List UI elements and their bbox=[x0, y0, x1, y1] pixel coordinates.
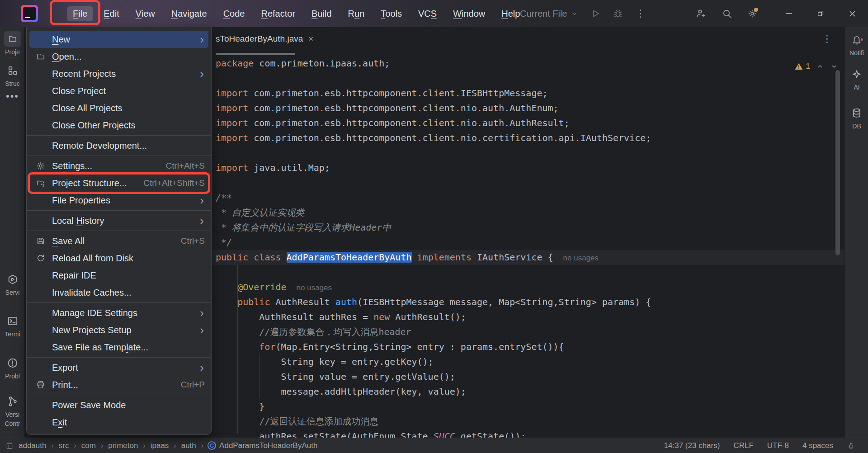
menu-item-remote-development[interactable]: Remote Development... bbox=[27, 137, 211, 154]
menu-edit[interactable]: Edit bbox=[98, 6, 125, 21]
more-actions-button[interactable]: ⋮ bbox=[635, 8, 645, 19]
caret-position-widget[interactable]: 14:37 (23 chars) bbox=[664, 441, 720, 450]
menu-item-close-other-projects[interactable]: Close Other Projects bbox=[27, 117, 211, 134]
menu-item-project-structure[interactable]: Project Structure...Ctrl+Alt+Shift+S bbox=[27, 175, 211, 192]
code-line[interactable]: import com.primeton.esb.httpcomponent.cl… bbox=[212, 86, 844, 101]
code-line[interactable]: package com.primeton.ipaas.auth; bbox=[212, 56, 844, 71]
menu-vcs[interactable]: VCS bbox=[412, 6, 443, 21]
menu-item-recent-projects[interactable]: Recent Projects› bbox=[27, 65, 211, 82]
search-everywhere-button[interactable] bbox=[722, 8, 732, 19]
line-separator-widget[interactable]: CRLF bbox=[733, 441, 753, 450]
menu-item-invalidate-caches[interactable]: Invalidate Caches... bbox=[27, 284, 211, 301]
menu-code[interactable]: Code bbox=[217, 6, 251, 21]
code-line[interactable]: import java.util.Map; bbox=[212, 160, 844, 175]
encoding-widget[interactable]: UTF-8 bbox=[767, 441, 789, 450]
code-line[interactable] bbox=[212, 175, 844, 190]
code-line[interactable]: message.addHttpHeader(key, value); bbox=[212, 384, 844, 399]
menu-item-save-all[interactable]: Save AllCtrl+S bbox=[27, 232, 211, 250]
code-line[interactable]: import com.primeton.esb.httpcomponent.cl… bbox=[212, 116, 844, 131]
code-line[interactable]: for(Map.Entry<String,String> entry : par… bbox=[212, 340, 844, 354]
menu-file[interactable]: File bbox=[67, 6, 93, 21]
code-line[interactable]: */ bbox=[212, 235, 844, 250]
breadcrumb-item[interactable]: primeton bbox=[107, 441, 139, 450]
code-line[interactable]: * 将集合中的认证字段写入请求Header中 bbox=[212, 220, 844, 235]
menu-item-new[interactable]: New› bbox=[29, 31, 208, 48]
code-line[interactable]: public AuthResult auth(IESBHttpMessage m… bbox=[212, 295, 844, 310]
chevron-up-icon[interactable] bbox=[816, 62, 824, 71]
code-line[interactable]: @Overrideno usages bbox=[212, 280, 844, 295]
menu-separator bbox=[27, 231, 211, 231]
close-button[interactable] bbox=[836, 0, 868, 27]
code-with-me-button[interactable] bbox=[695, 8, 706, 19]
code-line[interactable]: import com.primeton.esb.httpcomponent.cl… bbox=[212, 101, 844, 116]
code-line[interactable]: //返回认证信息添加成功消息 bbox=[212, 414, 844, 429]
menu-navigate[interactable]: Navigate bbox=[165, 6, 213, 21]
menu-window[interactable]: Window bbox=[447, 6, 491, 21]
code-line[interactable]: import com.primeton.esb.httpcomponent.cl… bbox=[212, 131, 844, 146]
breadcrumb-item[interactable]: auth bbox=[180, 441, 197, 450]
code-line[interactable]: authRes.setState(AuthEnum.State.SUCC.get… bbox=[212, 429, 844, 438]
sidebar-item-structure[interactable]: Struc bbox=[0, 62, 25, 88]
menu-run[interactable]: Run bbox=[342, 6, 371, 21]
settings-button[interactable] bbox=[748, 9, 757, 18]
sidebar-item-more-tool-windows[interactable]: ••• bbox=[0, 88, 25, 104]
tab-scroll-indicator[interactable] bbox=[216, 53, 295, 55]
maximize-button[interactable] bbox=[805, 0, 836, 27]
menu-refactor[interactable]: Refactor bbox=[255, 6, 301, 21]
inspections-widget[interactable]: 1 bbox=[794, 59, 838, 74]
breadcrumb-item[interactable]: com bbox=[80, 441, 97, 450]
code-line[interactable] bbox=[212, 265, 844, 280]
minimize-button[interactable] bbox=[773, 0, 805, 27]
sidebar-item-notifications[interactable]: Notifi bbox=[845, 32, 868, 57]
menu-item-power-save-mode[interactable]: Power Save Mode bbox=[27, 396, 211, 414]
editor-options-icon[interactable]: ⋮ bbox=[822, 33, 832, 44]
menu-item-local-history[interactable]: Local History› bbox=[27, 212, 211, 229]
breadcrumb-item[interactable]: addauth bbox=[18, 441, 47, 450]
code-line[interactable] bbox=[212, 71, 844, 86]
indent-widget[interactable]: 4 spaces bbox=[802, 441, 833, 450]
menu-item-open[interactable]: Open... bbox=[27, 48, 211, 65]
sidebar-item-version-control[interactable]: VersiContr bbox=[0, 393, 25, 428]
tab-close-icon[interactable]: × bbox=[308, 34, 313, 44]
file-writable-lock-icon[interactable] bbox=[847, 441, 855, 450]
menu-item-export[interactable]: Export› bbox=[27, 359, 211, 376]
sidebar-item-terminal[interactable]: Termi bbox=[0, 313, 25, 338]
menu-item-manage-ide-settings[interactable]: Manage IDE Settings› bbox=[27, 304, 211, 321]
editor-tab[interactable]: sToHeaderByAuth.java × bbox=[212, 27, 317, 51]
code-line[interactable]: String key = entry.getKey(); bbox=[212, 354, 844, 369]
sidebar-item-services[interactable]: Servi bbox=[0, 271, 25, 297]
code-line[interactable]: AuthResult authRes = new AuthResult(); bbox=[212, 310, 844, 325]
menu-item-settings[interactable]: Settings...Ctrl+Alt+S bbox=[27, 157, 211, 175]
sidebar-item-problems[interactable]: Probl bbox=[0, 355, 25, 380]
code-line[interactable]: } bbox=[212, 399, 844, 414]
breadcrumb-item[interactable]: ipaas bbox=[150, 441, 170, 450]
menu-item-print[interactable]: Print...Ctrl+P bbox=[27, 376, 211, 393]
code-line[interactable]: /** bbox=[212, 190, 844, 205]
sidebar-item-ai-assistant[interactable]: AI bbox=[845, 66, 868, 91]
chevron-down-icon[interactable] bbox=[830, 62, 838, 71]
menu-item-file-properties[interactable]: File Properties› bbox=[27, 192, 211, 209]
menu-item-repair-ide[interactable]: Repair IDE bbox=[27, 267, 211, 284]
sidebar-item-database[interactable]: DB bbox=[845, 105, 868, 130]
run-configuration-dropdown[interactable]: Current File bbox=[520, 9, 578, 19]
sidebar-item-project[interactable]: Proje bbox=[0, 31, 25, 56]
breadcrumb-item-class[interactable]: CAddParamsToHeaderByAuth bbox=[208, 441, 317, 450]
code-line[interactable]: * 自定义认证实现类 bbox=[212, 205, 844, 220]
debug-button[interactable] bbox=[613, 8, 623, 19]
menu-item-save-file-as-template[interactable]: Save File as Template... bbox=[27, 339, 211, 356]
menu-build[interactable]: Build bbox=[306, 6, 337, 21]
run-button[interactable] bbox=[590, 8, 601, 19]
code-line[interactable]: //遍历参数集合，均写入消息header bbox=[212, 325, 844, 340]
code-line[interactable]: String value = entry.getValue(); bbox=[212, 369, 844, 384]
menu-item-close-project[interactable]: Close Project bbox=[27, 82, 211, 99]
menu-item-exit[interactable]: Exit bbox=[27, 414, 211, 431]
code-line[interactable] bbox=[212, 146, 844, 160]
breadcrumb-item[interactable]: src bbox=[58, 441, 70, 450]
code-line[interactable]: public class AddParamsToHeaderByAuth imp… bbox=[212, 250, 844, 265]
menu-tools[interactable]: Tools bbox=[375, 6, 408, 21]
menu-item-new-projects-setup[interactable]: New Projects Setup› bbox=[27, 321, 211, 339]
menu-view[interactable]: View bbox=[130, 6, 161, 21]
menu-item-close-all-projects[interactable]: Close All Projects bbox=[27, 99, 211, 117]
editor-scrollbar[interactable] bbox=[835, 70, 840, 255]
menu-item-reload-all-from-disk[interactable]: Reload All from Disk bbox=[27, 250, 211, 267]
